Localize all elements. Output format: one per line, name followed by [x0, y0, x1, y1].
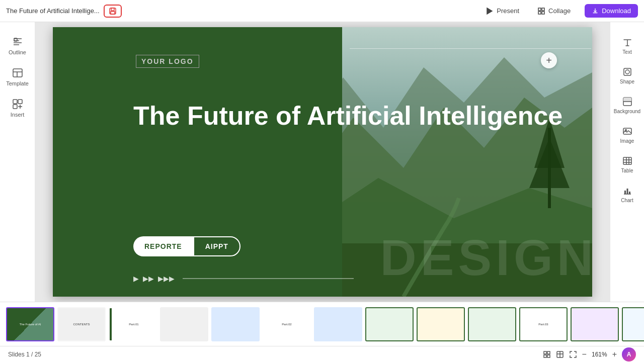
- thumb-inner-3: Part.01: [110, 308, 156, 340]
- zoom-out-button[interactable]: −: [582, 350, 587, 359]
- save-icon: [109, 7, 117, 15]
- background-label: Background: [614, 109, 640, 114]
- play-btn-2[interactable]: ▶▶: [143, 275, 154, 283]
- svg-rect-47: [547, 355, 550, 357]
- slide-title: The Future of Artificial Intelligence: [133, 100, 586, 131]
- svg-rect-45: [547, 351, 550, 354]
- download-label: Download: [602, 7, 631, 15]
- chart-icon: [622, 186, 632, 196]
- user-avatar[interactable]: A: [622, 347, 636, 361]
- slide-thumb-9[interactable]: [417, 307, 465, 341]
- text-icon: [622, 37, 632, 47]
- design-watermark: DESIGN: [380, 229, 592, 287]
- fit-view-button[interactable]: [543, 350, 551, 358]
- shape-label: Shape: [620, 79, 634, 84]
- template-label: Template: [6, 80, 29, 86]
- sidebar-item-outline[interactable]: Outline: [3, 32, 32, 59]
- shape-icon: [622, 67, 632, 77]
- text-label: Text: [622, 49, 631, 55]
- slide-thumb-10[interactable]: [468, 307, 516, 341]
- sidebar-item-template[interactable]: Template: [3, 63, 32, 90]
- slide-thumb-8[interactable]: [365, 307, 414, 341]
- thumb-inner-12: [572, 308, 618, 340]
- zoom-in-button[interactable]: +: [612, 350, 617, 359]
- svg-rect-44: [544, 351, 546, 354]
- svg-rect-4: [538, 8, 541, 11]
- grid-icon: [556, 350, 564, 358]
- slide-thumb-3[interactable]: Part.01: [109, 307, 157, 341]
- template-icon: [12, 67, 23, 78]
- right-sidebar-background[interactable]: Background: [612, 92, 642, 119]
- topbar: The Future of Artificial Intellige... Pr…: [0, 0, 644, 22]
- slide-canvas: + YOUR LOGO The Future of Artificial Int…: [53, 27, 592, 297]
- present-button[interactable]: Present: [481, 5, 523, 17]
- plus-button[interactable]: +: [541, 52, 557, 68]
- background-icon: [622, 97, 632, 107]
- sidebar-item-insert[interactable]: Insert: [3, 95, 32, 122]
- slide-thumb-11[interactable]: Part.03: [519, 307, 568, 341]
- collage-label: Collage: [548, 7, 571, 15]
- main-area: Outline Template Insert: [0, 22, 644, 302]
- slide-thumb-6[interactable]: Part.02: [263, 307, 311, 341]
- thumb-inner-11: Part.03: [520, 308, 567, 340]
- svg-rect-13: [13, 69, 22, 77]
- table-label: Table: [621, 168, 633, 173]
- svg-rect-41: [624, 191, 626, 194]
- slide-thumb-12[interactable]: [571, 307, 619, 341]
- collage-icon: [537, 7, 545, 15]
- collage-button[interactable]: Collage: [533, 5, 575, 17]
- save-button[interactable]: [104, 5, 122, 18]
- topbar-actions: Present Collage Download: [481, 4, 638, 18]
- thumb-inner-2: CONTENTS: [58, 308, 105, 340]
- slide-thumb-5[interactable]: [211, 307, 260, 341]
- right-sidebar-table[interactable]: Table: [612, 151, 642, 178]
- slide-thumb-7[interactable]: [314, 307, 362, 341]
- thumb-inner-7: [315, 308, 361, 340]
- download-button[interactable]: Download: [585, 4, 638, 18]
- play-buttons: ▶ ▶▶ ▶▶▶: [133, 275, 354, 283]
- slide-thumb-4[interactable]: [160, 307, 208, 341]
- thumb-inner-1: The Future of AI: [7, 308, 53, 340]
- fullscreen-button[interactable]: [569, 350, 577, 358]
- outline-icon: [12, 36, 23, 47]
- statusbar: Slides 1 / 25 − 161% + A: [0, 346, 644, 362]
- grid-button[interactable]: [556, 350, 564, 358]
- play-btn-1[interactable]: ▶: [133, 275, 139, 283]
- play-progress-line: [183, 278, 354, 279]
- svg-rect-42: [626, 189, 628, 194]
- right-sidebar-shape[interactable]: Shape: [612, 62, 642, 89]
- canvas-area[interactable]: + YOUR LOGO The Future of Artificial Int…: [35, 22, 610, 302]
- svg-rect-2: [111, 12, 115, 14]
- svg-rect-5: [542, 8, 544, 11]
- insert-label: Insert: [11, 112, 25, 118]
- slide-thumb-13[interactable]: [622, 307, 644, 341]
- svg-point-30: [625, 70, 629, 74]
- thumb-inner-8: [366, 308, 413, 340]
- table-icon: [622, 156, 632, 166]
- chart-label: Chart: [621, 198, 633, 203]
- filmstrip: The Future of AI CONTENTS Part.01 Part.0…: [0, 302, 644, 346]
- left-sidebar: Outline Template Insert: [0, 22, 35, 302]
- right-sidebar-text[interactable]: Text: [612, 32, 642, 60]
- thumb-inner-4: [161, 308, 207, 340]
- slide-logo: YOUR LOGO: [136, 55, 199, 68]
- svg-rect-6: [538, 12, 541, 14]
- slide-thumb-2[interactable]: CONTENTS: [57, 307, 106, 341]
- thumb-inner-10: [469, 308, 515, 340]
- right-sidebar-chart[interactable]: Chart: [612, 180, 642, 208]
- reporter-button[interactable]: REPORTE: [133, 236, 193, 256]
- svg-rect-32: [623, 98, 631, 102]
- doc-title: The Future of Artificial Intellige...: [6, 7, 100, 15]
- outline-label: Outline: [9, 49, 26, 55]
- aippt-button[interactable]: AIPPT: [193, 236, 240, 256]
- svg-rect-1: [111, 8, 114, 11]
- status-actions: − 161% + A: [543, 347, 636, 361]
- svg-rect-17: [18, 100, 22, 104]
- svg-rect-43: [629, 192, 630, 194]
- play-btn-3[interactable]: ▶▶▶: [158, 275, 175, 283]
- svg-rect-18: [13, 105, 17, 109]
- right-sidebar-image[interactable]: Image: [612, 121, 642, 149]
- slide-thumb-1[interactable]: The Future of AI: [6, 307, 54, 341]
- right-sidebar: Text Shape Background Image: [610, 22, 644, 302]
- svg-rect-46: [544, 355, 546, 357]
